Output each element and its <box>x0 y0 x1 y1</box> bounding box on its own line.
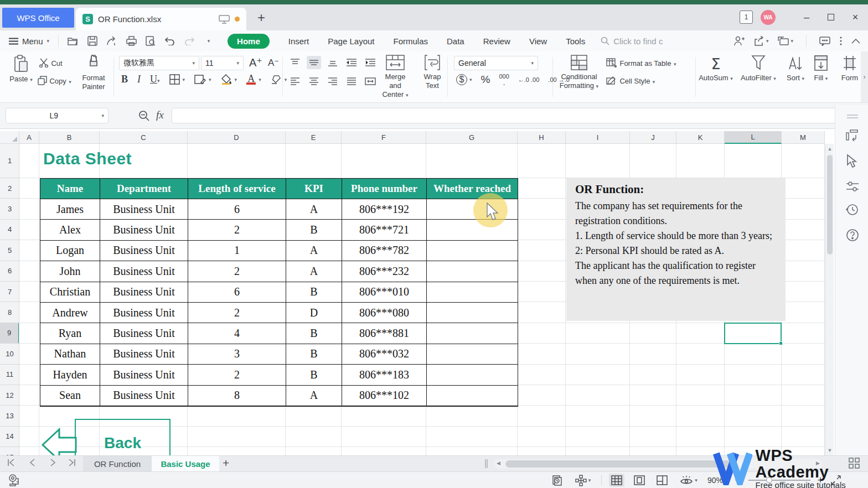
table-cell[interactable]: 8 <box>188 386 286 406</box>
autosum-button[interactable]: Σ AutoSum ▾ <box>699 55 733 82</box>
table-cell[interactable] <box>427 241 518 261</box>
row-header-12[interactable]: 12 <box>0 385 19 406</box>
table-cell[interactable]: 6 <box>188 282 286 303</box>
row-header-3[interactable]: 3 <box>0 199 19 219</box>
table-cell[interactable]: Business Unit <box>100 199 188 220</box>
autofilter-button[interactable]: AutoFilter ▾ <box>739 55 778 82</box>
table-cell[interactable]: Business Unit <box>100 241 188 261</box>
tab-tools[interactable]: Tools <box>566 37 585 46</box>
table-cell[interactable]: Alex <box>40 220 100 240</box>
table-cell[interactable]: Business Unit <box>100 261 188 282</box>
table-cell[interactable]: A <box>286 261 342 282</box>
copy-button[interactable]: Copy ▾ <box>38 76 71 86</box>
workspace-grid-icon[interactable] <box>849 458 860 469</box>
scroll-up-icon[interactable]: ▲ <box>827 146 833 152</box>
table-cell[interactable]: Business Unit <box>100 386 188 406</box>
back-arrow-icon[interactable] <box>40 428 77 455</box>
table-cell[interactable]: 2 <box>188 303 286 323</box>
row-header-10[interactable]: 10 <box>0 344 19 364</box>
table-cell[interactable]: 806***102 <box>342 386 427 406</box>
grow-font-button[interactable]: A⁺ <box>249 56 262 69</box>
font-color-button[interactable]: A <box>246 75 256 85</box>
table-cell[interactable]: Business Unit <box>100 303 188 323</box>
minimize-button[interactable]: – <box>798 9 815 25</box>
redo-icon[interactable] <box>183 34 196 48</box>
row-header-14[interactable]: 14 <box>0 427 19 447</box>
formula-input[interactable] <box>172 108 838 123</box>
add-sheet-button[interactable]: + <box>223 456 229 470</box>
table-cell[interactable]: B <box>286 220 342 240</box>
last-sheet-icon[interactable] <box>68 458 76 467</box>
save-icon[interactable] <box>86 34 99 48</box>
table-cell[interactable]: 6 <box>188 199 286 220</box>
table-cell[interactable]: 2 <box>188 365 286 385</box>
maximize-button[interactable] <box>823 9 839 25</box>
page-layout-view-icon[interactable] <box>654 474 670 487</box>
table-cell[interactable]: Business Unit <box>100 365 188 385</box>
row-header-6[interactable]: 6 <box>0 261 19 282</box>
previous-sheet-icon[interactable] <box>29 458 35 467</box>
row-header-8[interactable]: 8 <box>0 302 19 323</box>
increase-indent-icon[interactable] <box>363 56 378 69</box>
scroll-right-icon[interactable]: ▶ <box>816 460 820 466</box>
row-header-1[interactable]: 1 <box>0 144 19 178</box>
zoom-level[interactable]: 90% ▾ <box>707 476 727 485</box>
tab-insert[interactable]: Insert <box>288 37 309 46</box>
zoom-slider[interactable] <box>748 480 810 481</box>
align-center-icon[interactable] <box>307 75 321 88</box>
tab-view[interactable]: View <box>529 37 547 46</box>
undo-icon[interactable] <box>163 34 177 48</box>
document-tab[interactable]: S OR Function.xlsx <box>76 8 246 30</box>
table-header-cell[interactable]: Length of service <box>188 179 286 199</box>
reading-mode-icon[interactable]: ▾ <box>677 474 700 487</box>
table-cell[interactable]: A <box>286 386 342 406</box>
fill-color-button[interactable] <box>221 74 232 85</box>
wrap-text-button[interactable]: WrapText <box>419 55 446 90</box>
bold-button[interactable]: B <box>121 74 128 85</box>
underline-button[interactable]: U▾ <box>150 74 160 85</box>
fit-screen-icon[interactable] <box>831 475 841 485</box>
table-cell[interactable]: Sean <box>40 386 100 406</box>
table-cell[interactable] <box>427 261 518 282</box>
table-cell[interactable]: B <box>286 365 342 385</box>
decrease-indent-icon[interactable] <box>344 56 359 69</box>
column-header-H[interactable]: H <box>518 131 566 144</box>
user-avatar[interactable]: WA <box>761 10 776 25</box>
font-size-select[interactable]: 11▾ <box>201 56 244 70</box>
print-icon[interactable] <box>125 34 138 48</box>
align-top-icon[interactable] <box>288 56 302 69</box>
comment-icon[interactable] <box>819 37 830 46</box>
table-cell[interactable]: B <box>286 344 342 365</box>
italic-button[interactable]: I <box>137 74 141 85</box>
tab-home[interactable]: Home <box>228 34 270 49</box>
table-header-cell[interactable]: Whether reached <box>427 179 518 199</box>
table-header-cell[interactable]: Phone number <box>342 179 427 199</box>
table-cell[interactable]: Business Unit <box>100 282 188 303</box>
tab-review[interactable]: Review <box>483 37 510 46</box>
page-break-view-icon[interactable] <box>632 474 647 487</box>
zoom-in-button[interactable]: + <box>818 474 824 486</box>
first-sheet-icon[interactable] <box>7 458 16 467</box>
shading-button[interactable] <box>194 74 206 85</box>
screen-recorder-icon[interactable] <box>8 474 22 486</box>
table-cell[interactable]: 806***183 <box>342 365 427 385</box>
row-header-11[interactable]: 11 <box>0 365 19 385</box>
column-header-G[interactable]: G <box>426 131 518 144</box>
table-cell[interactable]: 2 <box>188 220 286 240</box>
menu-button[interactable]: Menu ▾ <box>0 37 55 46</box>
horizontal-scrollbar[interactable]: ◀ ▶ <box>494 459 822 469</box>
table-cell[interactable]: 3 <box>188 344 286 365</box>
table-cell[interactable] <box>427 303 518 323</box>
zoom-formula-icon[interactable] <box>138 110 149 121</box>
sidebar-cursor-icon[interactable] <box>845 154 860 168</box>
table-cell[interactable]: 1 <box>188 241 286 261</box>
table-cell[interactable]: 806***782 <box>342 241 427 261</box>
clear-format-button[interactable] <box>271 75 282 85</box>
sidebar-history-icon[interactable] <box>845 203 860 217</box>
sheet-tab-or-function[interactable]: OR Function <box>83 456 152 472</box>
scroll-down-icon[interactable]: ▼ <box>827 448 833 453</box>
table-cell[interactable] <box>427 365 518 385</box>
table-cell[interactable]: Logan <box>40 241 100 261</box>
column-header-C[interactable]: C <box>100 131 188 144</box>
percent-format-button[interactable]: % <box>481 74 490 86</box>
